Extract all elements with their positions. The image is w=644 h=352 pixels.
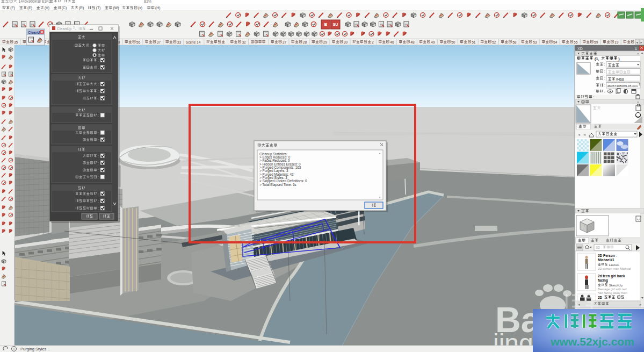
svg-text:19: 19 (614, 40, 619, 44)
svg-text:55: 55 (574, 40, 578, 44)
svg-text::: : (98, 59, 99, 62)
svg-text:48: 48 (410, 40, 415, 44)
svg-text:◂: ◂ (583, 132, 585, 137)
svg-text:facing: facing (598, 278, 608, 283)
svg-text::: : (98, 199, 99, 203)
svg-text:...: ... (86, 27, 90, 31)
svg-text:(E): (E) (27, 6, 32, 10)
svg-text:×: × (637, 52, 639, 55)
svg-text:Lauren.: Lauren. (609, 263, 620, 267)
svg-text:hair facing away from: hair facing away from (598, 291, 627, 294)
svg-text:29: 29 (323, 40, 328, 44)
svg-text:2D: 2D (598, 296, 603, 299)
svg-text:56: 56 (136, 40, 141, 44)
svg-text:30: 30 (344, 40, 348, 44)
svg-text:27: 27 (283, 40, 287, 44)
svg-text:(1,: (1, (595, 56, 599, 61)
svg-text::: : (98, 154, 99, 158)
svg-text::: : (98, 131, 99, 135)
svg-text::: : (98, 89, 99, 93)
svg-text:(R): (R) (79, 6, 84, 10)
svg-text:XD: XD (577, 47, 583, 51)
svg-text:#468: #468 (616, 77, 624, 81)
svg-text:3D: 3D (596, 246, 600, 249)
svg-text:◂: ◂ (636, 41, 638, 44)
svg-text:SketchUp: SketchUp (609, 284, 623, 287)
svg-text:(F): (F) (10, 6, 15, 10)
svg-text:1440x900KB/ E343: 1440x900KB/ E343 (18, 0, 50, 3)
svg-text:28: 28 (303, 40, 307, 44)
svg-text::: : (604, 90, 605, 94)
svg-text::: : (98, 113, 99, 117)
svg-text:> Total Elapsed Time: 6s: > Total Elapsed Time: 6s (259, 183, 296, 187)
svg-text:54: 54 (553, 40, 558, 44)
svg-text::: : (604, 69, 605, 73)
svg-text:(T): (T) (96, 6, 101, 10)
svg-text::: : (98, 97, 99, 100)
svg-text:37: 37 (157, 40, 161, 44)
svg-text:(x): (x) (138, 6, 142, 10)
svg-text::: : (604, 76, 605, 80)
svg-text:2d teen girl back: 2d teen girl back (598, 274, 625, 278)
svg-text:Teenage girl with red: Teenage girl with red (598, 288, 627, 291)
svg-text:Scene 14: Scene 14 (186, 40, 201, 44)
svg-text:▸: ▸ (640, 303, 642, 306)
svg-text:53: 53 (533, 40, 537, 44)
svg-text::: : (98, 175, 99, 179)
svg-text:(C): (C) (62, 6, 67, 10)
svg-text::: : (98, 138, 99, 142)
svg-text:◂: ◂ (578, 132, 580, 137)
svg-text:B: B (324, 22, 328, 27)
svg-text::: : (604, 62, 605, 66)
svg-text:×: × (637, 100, 639, 104)
svg-text:CleanUp: CleanUp (57, 27, 71, 31)
svg-text:49: 49 (431, 40, 435, 44)
svg-text::: : (98, 192, 99, 196)
svg-text:(V): (V) (45, 6, 49, 10)
svg-text:58: 58 (512, 40, 517, 44)
svg-text:2D Person -: 2D Person - (598, 254, 617, 257)
svg-text::: : (90, 44, 91, 47)
svg-text:33: 33 (177, 40, 182, 44)
svg-text:2: 2 (372, 40, 374, 44)
svg-text:▴: ▴ (379, 152, 380, 155)
svg-text:59: 59 (594, 40, 598, 44)
svg-text:46357308069.45 mm: 46357308069.45 mm (607, 84, 638, 88)
svg-text::: : (98, 168, 99, 172)
svg-text::: : (98, 66, 99, 69)
svg-text::: : (98, 82, 99, 86)
svg-text::: : (604, 83, 605, 87)
svg-text:35: 35 (14, 40, 18, 44)
svg-text:46: 46 (390, 40, 394, 44)
svg-text:32: 32 (242, 40, 246, 44)
svg-text:50: 50 (451, 40, 455, 44)
svg-text:(H): (H) (155, 6, 160, 10)
svg-text:81%: 81% (144, 0, 151, 3)
svg-text:SU: SU (333, 23, 338, 26)
svg-text:www.52xjc.com: www.52xjc.com (550, 335, 634, 348)
svg-text:▸: ▸ (641, 41, 642, 44)
svg-text:Michael#1: Michael#1 (598, 258, 614, 262)
svg-text:Purging Styles...: Purging Styles... (20, 347, 50, 351)
svg-text:▾: ▾ (379, 196, 380, 199)
svg-text:52: 52 (492, 40, 496, 44)
svg-text::: : (98, 161, 99, 165)
svg-text:(W): (W) (113, 6, 119, 10)
svg-text:2D person man Micheal: 2D person man Micheal (598, 267, 631, 270)
svg-text:51: 51 (472, 40, 476, 44)
svg-text::: : (593, 95, 594, 99)
svg-text::: : (98, 206, 99, 210)
